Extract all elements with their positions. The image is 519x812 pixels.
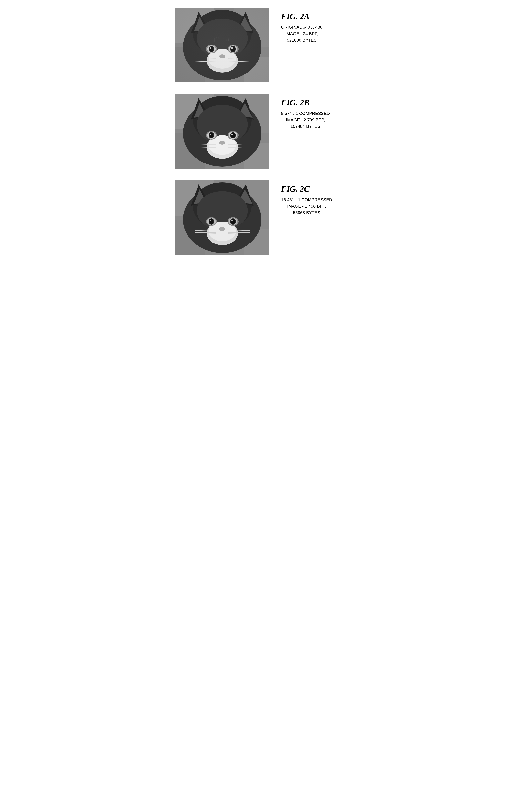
cat-image-2a [175,8,269,82]
page-container: FIG. 2A ORIGINAL 640 X 480 IMAGE - 24 BP… [175,8,344,255]
figure-info-2a: FIG. 2A ORIGINAL 640 X 480 IMAGE - 24 BP… [281,8,323,43]
svg-point-97 [219,227,225,231]
svg-point-61 [210,134,211,135]
svg-point-101 [210,219,213,224]
figure-title-2b: FIG. 2B [281,98,330,108]
svg-point-102 [210,220,211,221]
svg-point-60 [210,133,213,138]
svg-point-107 [231,220,233,221]
figure-title-2a: FIG. 2A [281,12,323,21]
figure-description-2b: 8.574 : 1 COMPRESSED IMAGE - 2.799 BPP, … [281,110,330,129]
figure-row-2c: FIG. 2C 16.461 : 1 COMPRESSED IMAGE - 1.… [175,180,344,255]
fig2c-line3: 55968 BYTES [293,210,320,215]
figure-info-2c: FIG. 2C 16.461 : 1 COMPRESSED IMAGE - 1.… [281,180,332,216]
fig2b-line1: 8.574 : 1 COMPRESSED [281,111,330,116]
svg-point-65 [231,133,235,138]
cat-image-2c [175,180,269,255]
cat-image-2b [175,94,269,169]
svg-rect-37 [175,8,269,82]
image-container-2c [175,180,269,255]
figure-description-2c: 16.461 : 1 COMPRESSED IMAGE - 1.458 BPP,… [281,197,332,216]
fig2b-line2: IMAGE - 2.799 BPP, [286,117,325,122]
fig2c-line2: IMAGE - 1.458 BPP, [287,204,326,209]
fig2b-line3: 107484 BYTES [291,124,320,129]
svg-point-106 [231,219,235,224]
figure-title-2c: FIG. 2C [281,184,332,194]
image-container-2b [175,94,269,169]
svg-point-66 [231,134,233,135]
figure-info-2b: FIG. 2B 8.574 : 1 COMPRESSED IMAGE - 2.7… [281,94,330,129]
fig2a-line1: ORIGINAL 640 X 480 [281,25,323,30]
svg-point-56 [219,141,225,145]
figure-description-2a: ORIGINAL 640 X 480 IMAGE - 24 BPP, 92160… [281,24,323,43]
image-container-2a [175,8,269,82]
figure-row-2a: FIG. 2A ORIGINAL 640 X 480 IMAGE - 24 BP… [175,8,344,82]
fig2c-line1: 16.461 : 1 COMPRESSED [281,197,332,202]
fig2a-line2: IMAGE - 24 BPP, [285,31,318,36]
fig2a-line3: 921600 BYTES [287,38,317,42]
figure-row-2b: FIG. 2B 8.574 : 1 COMPRESSED IMAGE - 2.7… [175,94,344,169]
